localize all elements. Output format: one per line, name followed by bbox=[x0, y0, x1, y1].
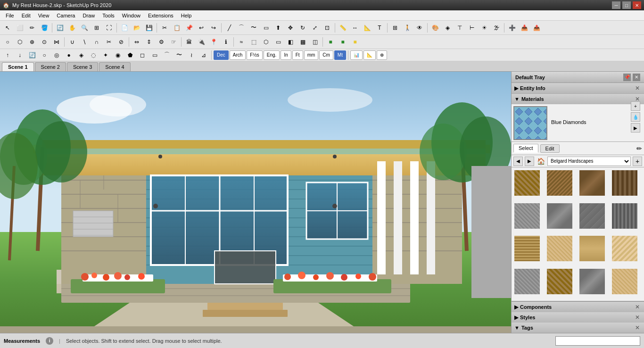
select-tab[interactable]: Select bbox=[513, 144, 538, 153]
shaded[interactable]: ◧ bbox=[285, 36, 296, 48]
mat-tile-9[interactable] bbox=[513, 235, 541, 262]
menu-tools[interactable]: Tools bbox=[99, 12, 118, 19]
library-dropdown[interactable]: Belgard Hardscapes Colors Asphalt and Co… bbox=[547, 157, 631, 166]
extension-manager[interactable]: 🔌 bbox=[196, 36, 207, 48]
select-tool[interactable]: ↖ bbox=[2, 22, 13, 33]
materials-header[interactable]: ▼ Materials ✕ bbox=[512, 94, 644, 104]
unit-drafting[interactable]: 📐 bbox=[363, 50, 376, 60]
add-scene[interactable]: ➕ bbox=[506, 22, 518, 33]
solid-union[interactable]: ∪ bbox=[66, 36, 78, 48]
wireframe[interactable]: ⬡ bbox=[260, 36, 272, 48]
unit-mm[interactable]: mm bbox=[304, 50, 319, 60]
material-sample-btn[interactable]: 💧 bbox=[631, 112, 640, 122]
new[interactable]: 📄 bbox=[119, 22, 130, 33]
draw-more17[interactable]: ⊿ bbox=[198, 50, 209, 61]
styles-close[interactable]: ✕ bbox=[634, 314, 641, 321]
draw-more9[interactable]: ✦ bbox=[100, 50, 111, 61]
maximize-button[interactable]: □ bbox=[622, 1, 631, 9]
mat-tile-13[interactable] bbox=[513, 268, 541, 295]
layer-color[interactable]: ■ bbox=[349, 36, 361, 48]
protractor[interactable]: 📐 bbox=[362, 22, 373, 33]
layer-visible[interactable]: ■ bbox=[337, 36, 348, 48]
cut[interactable]: ✂ bbox=[159, 22, 170, 33]
unit-ft[interactable]: Ft bbox=[292, 50, 303, 60]
move[interactable]: ✥ bbox=[285, 22, 296, 33]
entity-info-header[interactable]: ▶ Entity Info ✕ bbox=[512, 83, 644, 93]
draw-more3[interactable]: 🔄 bbox=[26, 50, 38, 61]
hidden-line[interactable]: ▭ bbox=[272, 36, 284, 48]
shaded-textured[interactable]: ▩ bbox=[297, 36, 308, 48]
rotate[interactable]: ↻ bbox=[297, 22, 308, 33]
menu-window[interactable]: Window bbox=[118, 12, 144, 19]
menu-view[interactable]: View bbox=[34, 12, 53, 19]
draw-more12[interactable]: ◻ bbox=[137, 50, 148, 61]
scene-tab-3[interactable]: Scene 3 bbox=[67, 62, 98, 71]
mat-tile-16[interactable] bbox=[611, 268, 638, 295]
offset[interactable]: ⊡ bbox=[322, 22, 333, 33]
arc[interactable]: ⌒ bbox=[236, 22, 247, 33]
shadows[interactable]: ☀ bbox=[479, 22, 490, 33]
sandbox-from-contours[interactable]: ⊕ bbox=[26, 36, 38, 48]
polygon[interactable]: ⬡ bbox=[14, 36, 25, 48]
intersect[interactable]: ⋈ bbox=[51, 36, 62, 48]
layer-toolbar[interactable]: ■ bbox=[325, 36, 336, 48]
dimensions[interactable]: ↔ bbox=[349, 22, 361, 33]
mat-tile-2[interactable] bbox=[546, 169, 573, 197]
unit-cm[interactable]: Cm bbox=[319, 50, 333, 60]
look-around[interactable]: 👁 bbox=[414, 22, 425, 33]
soften-edges[interactable]: ≈ bbox=[236, 36, 247, 48]
text[interactable]: T bbox=[374, 22, 385, 33]
edit-tab[interactable]: Edit bbox=[540, 144, 560, 153]
viewport[interactable] bbox=[0, 72, 511, 333]
import[interactable]: 📥 bbox=[519, 22, 530, 33]
unit-dec[interactable]: Dec bbox=[214, 50, 229, 60]
pencil-button[interactable]: ✏ bbox=[636, 145, 642, 152]
unit-in[interactable]: In bbox=[281, 50, 291, 60]
draw-more14[interactable]: ⌒ bbox=[161, 50, 173, 61]
mat-tile-7[interactable] bbox=[578, 202, 606, 230]
draw-more8[interactable]: ◌ bbox=[88, 50, 99, 61]
mat-tile-11[interactable] bbox=[578, 235, 606, 262]
open[interactable]: 📂 bbox=[131, 22, 142, 33]
tray-pin-button[interactable]: 📌 bbox=[623, 74, 631, 81]
3d-warehouse[interactable]: 🏛 bbox=[183, 36, 195, 48]
solid-trim[interactable]: ✂ bbox=[103, 36, 115, 48]
scale[interactable]: ⤢ bbox=[309, 22, 321, 33]
paste[interactable]: 📌 bbox=[183, 22, 195, 33]
freehand[interactable]: 〜 bbox=[248, 22, 259, 33]
make-component[interactable]: ⬜ bbox=[14, 22, 25, 33]
tags-close[interactable]: ✕ bbox=[634, 324, 641, 331]
undo[interactable]: ↩ bbox=[196, 22, 207, 33]
line[interactable]: ╱ bbox=[223, 22, 235, 33]
draw-more4[interactable]: ○ bbox=[39, 50, 50, 61]
measurements-input[interactable] bbox=[555, 336, 640, 346]
unit-frac[interactable]: F½s bbox=[247, 50, 262, 60]
minimize-button[interactable]: ─ bbox=[612, 1, 620, 9]
rectangle[interactable]: ▭ bbox=[260, 22, 272, 33]
tape-measure[interactable]: 📏 bbox=[337, 22, 348, 33]
walkthrough[interactable]: 🚶 bbox=[402, 22, 413, 33]
draw-more15[interactable]: 〜 bbox=[173, 50, 185, 61]
circle[interactable]: ○ bbox=[2, 36, 13, 48]
follow-me[interactable]: ⊙ bbox=[39, 36, 50, 48]
orbit[interactable]: 🔄 bbox=[54, 22, 66, 33]
styles[interactable]: 🎨 bbox=[429, 22, 441, 33]
menu-camera[interactable]: Camera bbox=[53, 12, 79, 19]
draw-more2[interactable]: ↓ bbox=[14, 50, 25, 61]
add-location[interactable]: 📍 bbox=[208, 36, 219, 48]
save[interactable]: 💾 bbox=[143, 22, 155, 33]
model-info[interactable]: ℹ bbox=[220, 36, 231, 48]
lib-back-btn[interactable]: ◀ bbox=[513, 157, 523, 166]
close-button[interactable]: ✕ bbox=[633, 1, 641, 9]
xray[interactable]: ⬚ bbox=[248, 36, 259, 48]
interact-tool[interactable]: ☞ bbox=[168, 36, 179, 48]
material-arrow-btn[interactable]: ▶ bbox=[631, 123, 640, 133]
scene-tab-1[interactable]: Scene 1 bbox=[2, 62, 34, 71]
erase-tool[interactable]: ✏ bbox=[26, 22, 38, 33]
lib-add-btn[interactable]: + bbox=[633, 157, 642, 166]
mat-tile-5[interactable] bbox=[513, 202, 541, 230]
view-front[interactable]: ⊢ bbox=[466, 22, 478, 33]
menu-draw[interactable]: Draw bbox=[79, 12, 99, 19]
unit-chart[interactable]: 📊 bbox=[350, 50, 363, 60]
solid-subtract[interactable]: ∖ bbox=[79, 36, 90, 48]
